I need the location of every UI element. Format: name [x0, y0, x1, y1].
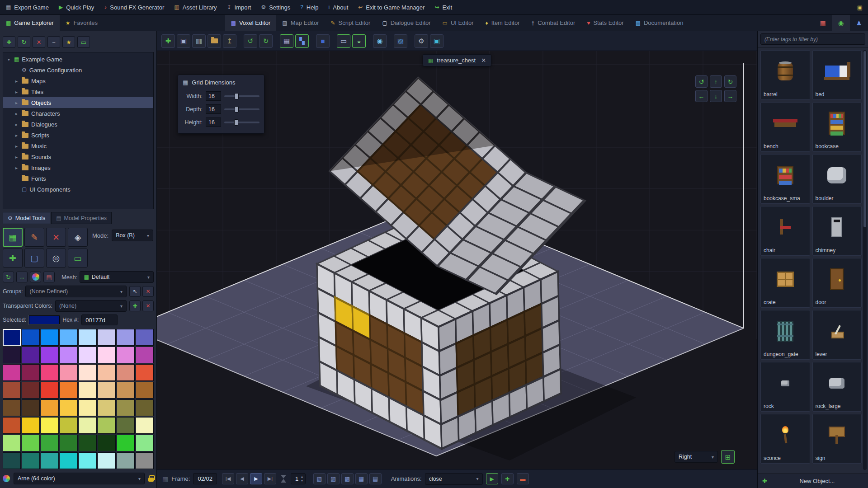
hex-input[interactable]: 00177d	[81, 314, 118, 325]
palette-color-54[interactable]	[117, 435, 135, 451]
open-model-folder-button[interactable]	[208, 34, 221, 48]
mesh-select[interactable]: ▦ Default	[80, 271, 154, 283]
orbit-left-button[interactable]: ↺	[695, 75, 708, 88]
menu-item-about[interactable]: iAbout	[324, 0, 354, 14]
palette-color-43[interactable]	[60, 417, 78, 434]
add-animation-button[interactable]: ✚	[501, 473, 514, 484]
tree-item-music[interactable]: ▸Music	[3, 141, 153, 151]
view-direction-select[interactable]: Right	[675, 451, 718, 463]
model-info-button[interactable]: ▣	[430, 34, 443, 48]
palette-color-23[interactable]	[136, 364, 154, 381]
object-item-bookcase[interactable]: bookcase	[812, 102, 862, 152]
animation-select[interactable]: close	[425, 473, 483, 485]
palette-color-32[interactable]	[3, 399, 21, 416]
tree-item-characters[interactable]: ▸Characters	[3, 108, 153, 119]
palette-color-60[interactable]	[79, 452, 97, 469]
object-item-dungeon-gate[interactable]: dungeon_gate	[760, 310, 810, 360]
tag-filter-input[interactable]	[760, 33, 865, 45]
tab-combat-editor[interactable]: †Combat Editor	[526, 15, 581, 31]
maximize-view-button[interactable]: ⊞	[721, 450, 735, 464]
screenshot-model-button[interactable]: ▨	[394, 34, 407, 48]
palette-color-25[interactable]	[22, 382, 40, 399]
palette-color-7[interactable]	[136, 329, 154, 346]
palette-color-6[interactable]	[117, 329, 135, 346]
voxel-canvas[interactable]: ▦ treasure_chest ✕ ▦ Grid Dimensions Wid…	[157, 51, 757, 469]
grid-depth-slider[interactable]	[224, 108, 259, 110]
palette-color-28[interactable]	[79, 382, 97, 399]
erase-tool-button[interactable]: ✕	[46, 228, 66, 247]
selected-color-swatch[interactable]	[29, 315, 60, 324]
palette-color-26[interactable]	[41, 382, 59, 399]
slider-thumb[interactable]	[235, 93, 239, 99]
delete-frame-button[interactable]: ▤	[369, 473, 382, 484]
palette-color-0[interactable]	[3, 329, 21, 346]
tab-map-editor[interactable]: ▨Map Editor	[276, 15, 325, 31]
palette-color-44[interactable]	[79, 417, 97, 434]
palette-color-20[interactable]	[79, 364, 97, 381]
new-object-button[interactable]: ✚ New Object...	[758, 474, 868, 488]
palette-color-41[interactable]	[22, 417, 40, 434]
favorite-resource-button[interactable]: ★	[62, 36, 75, 48]
tree-item-sounds[interactable]: ▸Sounds	[3, 151, 153, 162]
menu-item-exit[interactable]: ↪Exit	[429, 0, 457, 14]
tree-item-images[interactable]: ▸Images	[3, 162, 153, 173]
swap-palette-button[interactable]	[30, 272, 41, 282]
remove-animation-button[interactable]: ▬	[517, 473, 529, 484]
palette-color-61[interactable]	[98, 452, 116, 469]
slider-thumb[interactable]	[235, 106, 239, 113]
grid-height-slider[interactable]	[224, 122, 259, 123]
palette-color-10[interactable]	[41, 347, 59, 363]
palette-color-21[interactable]	[98, 364, 116, 381]
palette-color-47[interactable]	[136, 417, 154, 434]
palette-color-18[interactable]	[41, 364, 59, 381]
palette-color-42[interactable]	[41, 417, 59, 434]
toggle-grid-button[interactable]: ▦	[280, 34, 293, 48]
transparent-colors-select[interactable]: (None)	[55, 300, 127, 312]
palette-color-5[interactable]	[98, 329, 116, 346]
grid-width-slider[interactable]	[224, 95, 259, 97]
palette-color-53[interactable]	[98, 435, 116, 451]
object-item-door[interactable]: door	[812, 258, 862, 308]
tab-game-explorer[interactable]: ▦Game Explorer	[0, 15, 60, 31]
refresh-resources-button[interactable]: ↻	[18, 36, 30, 48]
tree-item-objects[interactable]: ▸Objects	[3, 97, 153, 108]
groups-select[interactable]: (None Defined)	[25, 286, 127, 297]
menu-item-exit-to-game-manager[interactable]: ↩Exit to Game Manager	[353, 0, 429, 14]
attach-point-tool-button[interactable]: ▭	[68, 249, 88, 267]
palette-color-55[interactable]	[136, 435, 154, 451]
palette-color-8[interactable]	[3, 347, 21, 363]
selection-box-button[interactable]: ■	[316, 34, 330, 48]
object-item-chair[interactable]: chair	[760, 206, 810, 256]
move-down-button[interactable]: ↓	[710, 90, 722, 102]
palette-color-11[interactable]	[60, 347, 78, 363]
delete-group-button[interactable]: ✕	[142, 286, 154, 297]
object-item-barrel[interactable]: barrel	[760, 50, 810, 100]
palette-color-9[interactable]	[22, 347, 40, 363]
tree-item-tiles[interactable]: ▸Tiles	[3, 86, 153, 97]
move-right-button[interactable]: →	[724, 90, 736, 102]
tab-model-properties[interactable]: ▤Model Properties	[51, 212, 112, 224]
object-item-sconce[interactable]: sconce	[760, 414, 810, 464]
play-animation-button[interactable]: ▶	[486, 473, 498, 484]
tab-script-editor[interactable]: ✎Script Editor	[325, 15, 377, 31]
palette-color-49[interactable]	[22, 435, 40, 451]
move-left-button[interactable]: ←	[695, 90, 708, 102]
grid-depth-value[interactable]: 16	[206, 104, 221, 114]
tree-item-ui-components[interactable]: ▢UI Components	[3, 184, 153, 195]
palette-color-59[interactable]	[60, 452, 78, 469]
objects-scrollbar[interactable]	[863, 50, 867, 470]
center-model-button[interactable]: ↔	[16, 272, 28, 282]
palette-color-22[interactable]	[117, 364, 135, 381]
undo-button[interactable]: ↺	[244, 34, 257, 48]
first-frame-button[interactable]: |◀	[222, 473, 234, 484]
frame-counter[interactable]: 02/02	[193, 473, 217, 484]
tree-item-dialogues[interactable]: ▸Dialogues	[3, 119, 153, 130]
slider-thumb[interactable]	[234, 119, 238, 126]
toggle-lighting-button[interactable]: ◒	[352, 34, 366, 48]
palette-color-15[interactable]	[136, 347, 154, 363]
tree-item-scripts[interactable]: ▸Scripts	[3, 130, 153, 141]
tab-stats-editor[interactable]: ♥Stats Editor	[581, 15, 629, 31]
palette-color-58[interactable]	[41, 452, 59, 469]
grid-width-value[interactable]: 16	[206, 91, 221, 101]
world-sphere-button[interactable]: ◉	[373, 34, 387, 48]
